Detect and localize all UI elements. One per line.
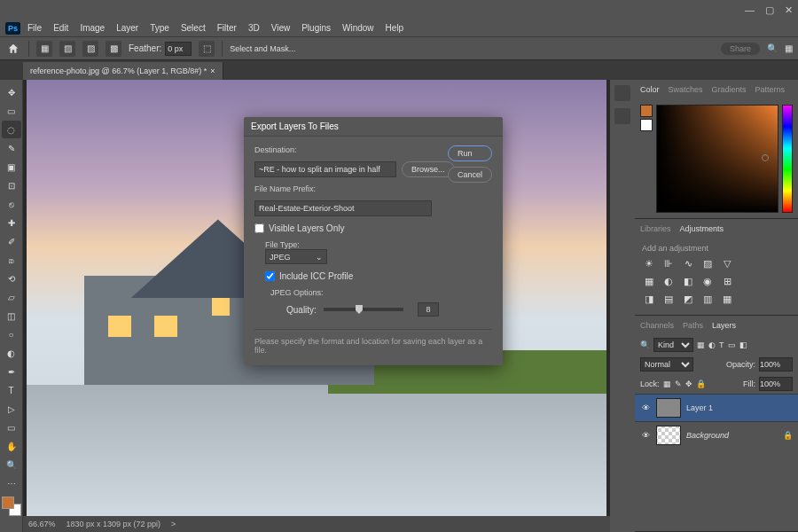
hue-slider[interactable]: [782, 105, 793, 213]
slider-thumb[interactable]: [356, 305, 363, 314]
filter-type-icon[interactable]: T: [719, 340, 724, 349]
filetype-select[interactable]: JPEG ⌄: [265, 249, 327, 264]
visible-only-input[interactable]: [254, 223, 264, 233]
type-tool[interactable]: T: [2, 381, 21, 399]
history-brush-tool[interactable]: ⟲: [2, 270, 21, 287]
stamp-tool[interactable]: ⎄: [2, 251, 21, 269]
feather-input[interactable]: [165, 42, 192, 56]
marquee-tool[interactable]: ▭: [2, 102, 21, 120]
menu-image[interactable]: Image: [75, 21, 109, 35]
brush-tool[interactable]: ✐: [2, 232, 21, 250]
quality-value[interactable]: 8: [418, 302, 439, 317]
exposure-icon[interactable]: ▨: [700, 256, 715, 270]
document-tab-close-icon[interactable]: ×: [210, 66, 215, 75]
current-bg-swatch[interactable]: [640, 119, 653, 131]
eraser-tool[interactable]: ▱: [2, 288, 21, 306]
layer-item[interactable]: 👁 Layer 1: [635, 394, 798, 421]
eyedropper-tool[interactable]: ⎋: [2, 195, 21, 213]
cancel-button[interactable]: Cancel: [448, 167, 492, 183]
filter-smart-icon[interactable]: ◧: [739, 340, 747, 349]
menu-type[interactable]: Type: [145, 21, 174, 35]
gradient-tool[interactable]: ◫: [2, 307, 21, 325]
prefix-input[interactable]: Real-Estate-Exterior-Shoot: [254, 200, 432, 216]
tab-swatches[interactable]: Swatches: [669, 85, 703, 94]
vibrance-icon[interactable]: ▽: [720, 256, 734, 270]
layer-item[interactable]: 👁 Background 🔒: [635, 421, 798, 449]
tab-color[interactable]: Color: [640, 85, 660, 94]
curves-icon[interactable]: ∿: [681, 256, 695, 270]
levels-icon[interactable]: ⊪: [661, 256, 676, 270]
brightness-icon[interactable]: ☀: [642, 256, 656, 270]
browse-button[interactable]: Browse...: [402, 161, 455, 177]
visibility-icon[interactable]: 👁: [640, 431, 651, 440]
search-icon[interactable]: 🔍: [767, 43, 778, 53]
move-tool[interactable]: ✥: [2, 83, 21, 101]
menu-3d[interactable]: 3D: [244, 21, 264, 35]
invert-icon[interactable]: ◨: [642, 292, 656, 306]
workspace-icon[interactable]: ▦: [785, 43, 793, 53]
menu-view[interactable]: View: [267, 21, 295, 35]
icc-input[interactable]: [265, 271, 275, 281]
dodge-tool[interactable]: ◐: [2, 344, 21, 362]
threshold-icon[interactable]: ◩: [681, 292, 695, 306]
menu-plugins[interactable]: Plugins: [297, 21, 335, 35]
selection-sub-icon[interactable]: ▨: [82, 41, 98, 57]
lasso-tool[interactable]: ◌: [2, 121, 21, 138]
layer-thumbnail[interactable]: [656, 426, 681, 445]
photo-filter-icon[interactable]: ◉: [700, 274, 715, 288]
pen-tool[interactable]: ✒: [2, 363, 21, 380]
filter-pixel-icon[interactable]: ▦: [697, 340, 705, 349]
maximize-button[interactable]: ▢: [765, 4, 774, 16]
current-fg-swatch[interactable]: [640, 105, 653, 117]
layer-name[interactable]: Layer 1: [686, 403, 713, 412]
lock-image-icon[interactable]: ✎: [675, 379, 682, 388]
lock-all-icon[interactable]: 🔒: [696, 379, 706, 388]
menu-select[interactable]: Select: [176, 21, 210, 35]
selection-intersect-icon[interactable]: ▩: [106, 41, 121, 57]
fg-color-swatch[interactable]: [2, 497, 14, 509]
layer-name[interactable]: Background: [686, 431, 729, 440]
filter-kind-select[interactable]: Kind: [653, 338, 693, 352]
fill-input[interactable]: [759, 377, 793, 391]
bw-icon[interactable]: ◧: [681, 274, 695, 288]
path-select-tool[interactable]: ▷: [2, 400, 21, 418]
destination-input[interactable]: ~RE - how to split an image in half: [254, 161, 396, 177]
color-picker-ring[interactable]: [762, 154, 769, 161]
status-chevron-icon[interactable]: >: [171, 520, 176, 528]
tab-channels[interactable]: Channels: [640, 321, 674, 330]
icc-checkbox[interactable]: Include ICC Profile: [265, 271, 492, 281]
menu-edit[interactable]: Edit: [49, 21, 73, 35]
channel-mixer-icon[interactable]: ⊞: [720, 274, 734, 288]
posterize-icon[interactable]: ▤: [661, 292, 676, 306]
selection-new-icon[interactable]: ▦: [36, 41, 52, 57]
color-swatches[interactable]: [2, 497, 21, 516]
zoom-level[interactable]: 66.67%: [28, 520, 56, 528]
quality-slider[interactable]: [324, 308, 403, 311]
run-button[interactable]: Run: [448, 145, 492, 161]
opacity-input[interactable]: [759, 357, 793, 372]
menu-layer[interactable]: Layer: [112, 21, 143, 35]
menu-filter[interactable]: Filter: [213, 21, 241, 35]
shape-tool[interactable]: ▭: [2, 419, 21, 436]
hand-tool[interactable]: ✋: [2, 437, 21, 455]
color-balance-icon[interactable]: ◐: [661, 274, 676, 288]
healing-tool[interactable]: ✚: [2, 214, 21, 231]
crop-tool[interactable]: ▣: [2, 158, 21, 176]
blur-tool[interactable]: ○: [2, 325, 21, 343]
menu-window[interactable]: Window: [338, 21, 379, 35]
properties-panel-icon[interactable]: [614, 108, 630, 124]
edit-toolbar[interactable]: ⋯: [2, 474, 21, 492]
tab-libraries[interactable]: Libraries: [640, 224, 671, 233]
frame-tool[interactable]: ⊡: [2, 176, 21, 194]
close-window-button[interactable]: ✕: [785, 4, 793, 16]
quick-select-tool[interactable]: ✎: [2, 139, 21, 157]
menu-file[interactable]: File: [23, 21, 46, 35]
tab-paths[interactable]: Paths: [683, 321, 703, 330]
filter-adjust-icon[interactable]: ◐: [708, 340, 716, 349]
tab-patterns[interactable]: Patterns: [755, 85, 786, 94]
document-tab[interactable]: reference-photo.jpg @ 66.7% (Layer 1, RG…: [23, 62, 223, 80]
dialog-title[interactable]: Export Layers To Files: [244, 117, 503, 137]
gradient-map-icon[interactable]: ▥: [700, 292, 715, 306]
filter-kind-icon[interactable]: 🔍: [640, 340, 650, 349]
antialias-icon[interactable]: ⬚: [199, 41, 215, 57]
